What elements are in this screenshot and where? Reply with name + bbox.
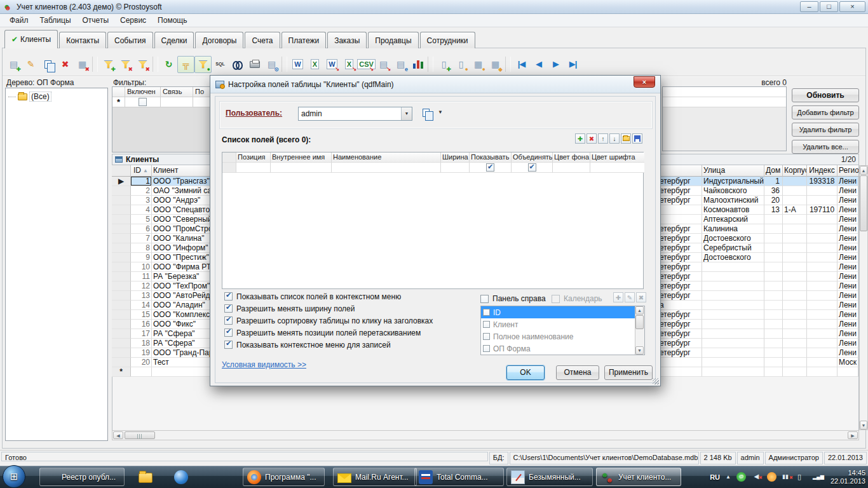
taskbar-opera[interactable] xyxy=(214,468,233,486)
list-scroll-down-button[interactable]: ▼ xyxy=(635,346,644,355)
filter-enabled-cell[interactable] xyxy=(125,97,161,107)
delete-field-icon[interactable]: ✖ xyxy=(587,133,597,144)
export-csv-icon[interactable]: CSV↘ xyxy=(358,56,375,73)
clear-filters-icon[interactable]: ✖ xyxy=(134,56,151,73)
delete-panel-field-icon[interactable]: ✖ xyxy=(636,292,646,302)
taskbar-ie[interactable]: Реестр опубл... xyxy=(39,468,125,486)
close-button[interactable]: × xyxy=(839,1,865,12)
refresh-button[interactable]: Обновить xyxy=(792,88,859,102)
add-column-icon[interactable]: ▯✚ xyxy=(435,56,452,73)
field-checkbox[interactable] xyxy=(483,333,490,340)
conditional-visibility-link[interactable]: Условная видимость >> xyxy=(222,360,306,369)
taskbar-wmp[interactable] xyxy=(170,468,190,486)
export-word-icon[interactable]: W xyxy=(289,56,306,73)
combobox-dropdown-button[interactable]: ▼ xyxy=(401,107,412,120)
start-button[interactable]: ⊞ xyxy=(3,465,25,488)
taskbar-paint[interactable]: Безымянный... xyxy=(506,468,593,486)
list-scroll-up-button[interactable]: ▲ xyxy=(635,306,644,315)
table-settings-icon[interactable]: ▦◆ xyxy=(487,56,504,73)
field-checkbox[interactable] xyxy=(483,309,490,316)
menu-item-4[interactable]: Сервис xyxy=(114,15,152,26)
column-header-Улица[interactable]: Улица xyxy=(702,165,764,177)
user-combobox[interactable]: admin ▼ xyxy=(298,107,412,121)
chart-icon[interactable] xyxy=(409,56,426,73)
export-excel-icon[interactable]: X xyxy=(306,56,323,73)
move-up-icon[interactable]: ↑ xyxy=(598,133,608,144)
add-record-icon[interactable]: ▤✚ xyxy=(5,56,22,73)
column-settings-icon[interactable]: ▯● xyxy=(452,56,470,73)
add-field-icon[interactable]: ✚ xyxy=(575,133,585,144)
column-header-Индекс[interactable]: Индекс xyxy=(807,165,837,177)
tab-7[interactable]: Платежи xyxy=(281,32,327,48)
dialog-option-2[interactable]: Разрешить менять ширину полей xyxy=(224,302,433,315)
scroll-left-button[interactable]: ◀ xyxy=(113,431,123,439)
column-header-Дом[interactable]: Дом xyxy=(764,165,783,177)
merge-checkbox[interactable] xyxy=(528,163,536,172)
calendar-option[interactable]: Календарь xyxy=(552,294,602,303)
horizontal-scroll-thumb[interactable] xyxy=(125,431,155,439)
tree-panel[interactable]: (Все) xyxy=(5,88,108,441)
tab-8[interactable]: Заказы xyxy=(327,32,367,48)
taskbar-clock[interactable]: 14:45 22.01.2013 xyxy=(831,469,865,485)
fields-column-header[interactable]: Ширина xyxy=(441,152,470,163)
tab-10[interactable]: Сотрудники xyxy=(420,32,475,48)
delete-filter-icon[interactable]: ✖ xyxy=(117,56,134,73)
export-file-icon[interactable]: ▤↘ xyxy=(375,56,392,73)
tree-node-all[interactable]: (Все) xyxy=(8,92,107,102)
fields-column-header[interactable]: Показывать xyxy=(470,152,512,163)
option-checkbox[interactable] xyxy=(224,341,233,349)
dialog-close-button[interactable]: × xyxy=(634,76,655,88)
tray-network-error-icon[interactable]: ▮▮ xyxy=(782,472,792,482)
minimize-button[interactable]: – xyxy=(800,1,818,12)
export-word-template-icon[interactable]: W↘ xyxy=(323,56,341,73)
user-label-link[interactable]: Пользователь: xyxy=(226,109,282,118)
edit-record-icon[interactable]: ✎ xyxy=(22,56,39,73)
nav-next-icon[interactable]: ▶ xyxy=(547,56,564,73)
delete-all-button[interactable]: Удалить все... xyxy=(792,140,859,154)
horizontal-scrollbar[interactable]: ◀ ▶ xyxy=(112,430,859,440)
filters-column-header[interactable]: Связь xyxy=(161,87,193,97)
column-header-ID[interactable]: ID▲ xyxy=(131,165,152,177)
maximize-button[interactable]: □ xyxy=(820,1,838,12)
panel-field-list[interactable]: IDКлиентПолное наименованиеОП Форма ▲ ▼ xyxy=(480,306,645,355)
export-excel-template-icon[interactable]: X↘ xyxy=(341,56,358,73)
column-header-Регион[interactable]: Регион xyxy=(837,165,858,177)
tray-eject-media-icon[interactable]: ▯ xyxy=(797,472,807,482)
fields-column-header[interactable]: Цвет фона xyxy=(553,152,590,163)
add-filter-icon[interactable]: ✚ xyxy=(100,56,117,73)
sql-icon[interactable]: SQL xyxy=(212,56,229,73)
tab-9[interactable]: Продавцы xyxy=(368,32,418,48)
export-html-icon[interactable]: ▤e xyxy=(392,56,409,73)
filter-enabled-checkbox[interactable] xyxy=(139,98,147,106)
filter-link-cell[interactable] xyxy=(161,97,193,107)
scroll-right-button[interactable]: ▶ xyxy=(848,431,858,439)
field-list-item[interactable]: ОП Форма xyxy=(481,342,644,355)
ok-button[interactable]: OK xyxy=(506,365,545,380)
option-checkbox[interactable] xyxy=(224,329,233,337)
copy-dropdown-icon[interactable]: ▼ xyxy=(438,109,443,115)
refresh-icon[interactable]: ↻ xyxy=(160,56,177,73)
fields-column-header[interactable]: Наименование xyxy=(332,152,441,163)
fields-table[interactable]: ПозицияВнутреннее имяНаименованиеШиринаП… xyxy=(222,152,644,289)
field-checkbox[interactable] xyxy=(483,321,490,328)
save-scheme-icon[interactable] xyxy=(632,133,642,144)
tray-volume-muted-icon[interactable]: ◀ xyxy=(752,472,761,482)
move-down-icon[interactable]: ↓ xyxy=(609,133,620,144)
calendar-checkbox[interactable] xyxy=(552,295,560,303)
nav-last-icon[interactable]: ▶| xyxy=(564,56,581,73)
scroll-down-button[interactable]: ▼ xyxy=(860,421,867,430)
delete-filter-button[interactable]: Удалить фильтр xyxy=(792,123,859,137)
fields-column-header[interactable]: Цвет шрифта xyxy=(590,152,644,163)
tray-expand-icon[interactable]: ▲ xyxy=(726,474,731,480)
tab-1[interactable]: ✔Клиенты xyxy=(4,30,58,48)
load-scheme-icon[interactable] xyxy=(621,133,631,144)
taskbar-totalcmd[interactable]: Total Comma... xyxy=(414,468,504,486)
fields-column-header[interactable]: Внутреннее имя xyxy=(271,152,332,163)
scroll-up-button[interactable]: ▲ xyxy=(860,166,867,175)
list-scrollbar[interactable]: ▲ ▼ xyxy=(635,306,644,355)
fields-column-header[interactable]: Позиция xyxy=(236,152,271,163)
language-indicator[interactable]: RU xyxy=(710,473,720,481)
preview-icon[interactable]: ▤⊙ xyxy=(263,56,280,73)
taskbar-app[interactable]: Учет клиенто... xyxy=(596,468,681,486)
field-list-item[interactable]: Полное наименование xyxy=(481,330,644,342)
